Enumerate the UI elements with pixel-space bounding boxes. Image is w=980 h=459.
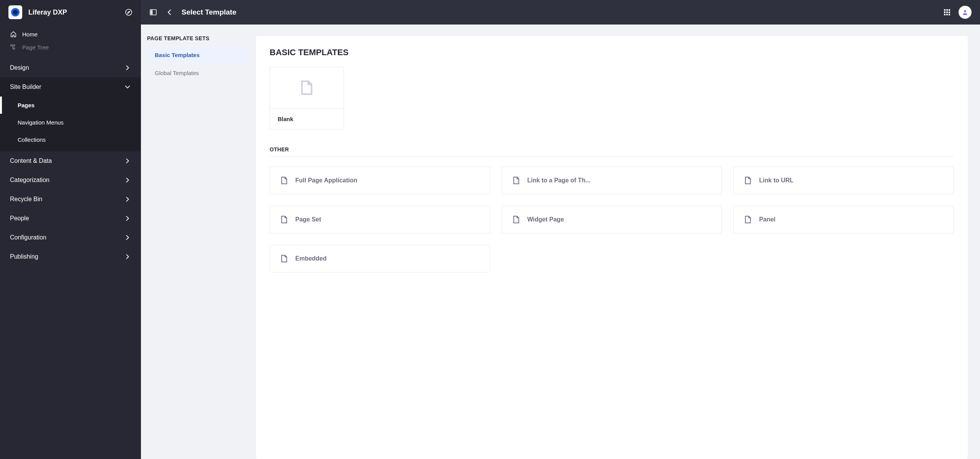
sidebar-item-label: Navigation Menus [18, 119, 64, 126]
sidebar-item-navigation-menus[interactable]: Navigation Menus [0, 114, 141, 131]
chevron-right-icon [124, 157, 131, 164]
template-card-label: Link to a Page of Th... [527, 177, 591, 184]
template-sets-heading: PAGE TEMPLATE SETS [147, 35, 250, 47]
template-card-label: Full Page Application [295, 177, 357, 184]
user-icon [962, 9, 969, 16]
product-logo[interactable] [8, 5, 22, 19]
sidebar-quick-home[interactable]: Home [0, 28, 141, 41]
sidebar-section-recycle-bin[interactable]: Recycle Bin [0, 190, 141, 209]
template-card-label: Blank [270, 108, 344, 129]
sidebar-quick-label: Page Tree [22, 44, 49, 51]
topbar-right [943, 6, 972, 19]
page-title: Select Template [182, 8, 935, 16]
sidebar-section-label: Design [10, 64, 29, 71]
sidebar-section-label: Categorization [10, 177, 49, 184]
template-card-blank[interactable]: Blank [270, 67, 344, 130]
template-sets-sidebar: PAGE TEMPLATE SETS Basic Templates Globa… [141, 25, 256, 459]
sidebar-section-site-builder[interactable]: Site Builder [0, 77, 141, 97]
sidebar-section-publishing[interactable]: Publishing [0, 247, 141, 266]
panel-toggle-icon[interactable] [149, 8, 157, 16]
template-card-panel[interactable]: Panel [733, 206, 954, 233]
template-set-label: Global Templates [155, 70, 199, 76]
chevron-right-icon [124, 234, 131, 241]
sidebar-item-label: Pages [18, 102, 34, 108]
sidebar-section-label: Recycle Bin [10, 196, 42, 203]
chevron-right-icon [124, 64, 131, 71]
home-icon [10, 31, 17, 38]
svg-point-17 [13, 10, 18, 15]
main: Select Template PAGE TEMPLATE SETS Basic… [141, 0, 980, 459]
template-card-label: Page Set [295, 216, 321, 223]
sidebar-section-label: People [10, 215, 29, 222]
sidebar-quick-links: Home Page Tree [0, 25, 141, 58]
sidebar-header: Liferay DXP [0, 0, 141, 25]
apps-grid-icon[interactable] [943, 8, 951, 16]
page-icon [280, 254, 288, 263]
other-templates-grid: Full Page Application Link to a Page of … [270, 167, 954, 272]
page-icon [512, 215, 520, 224]
sidebar-item-pages[interactable]: Pages [0, 97, 141, 114]
sidebar-quick-label: Home [22, 31, 38, 38]
template-set-basic[interactable]: Basic Templates [147, 47, 250, 63]
sidebar-section-content-data[interactable]: Content & Data [0, 151, 141, 170]
template-card-label: Panel [759, 216, 775, 223]
page-icon [744, 215, 752, 224]
template-card-widget-page[interactable]: Widget Page [502, 206, 722, 233]
compass-icon[interactable] [125, 8, 133, 16]
sidebar-section-label: Site Builder [10, 84, 41, 90]
template-card-label: Widget Page [527, 216, 564, 223]
templates-panel: BASIC TEMPLATES Blank OTHER Full Page Ap… [256, 36, 968, 459]
sidebar-item-label: Collections [18, 136, 46, 143]
page-icon [299, 80, 315, 96]
page-icon [280, 176, 288, 185]
user-avatar[interactable] [959, 6, 972, 19]
page-icon [280, 215, 288, 224]
template-card-link-to-url[interactable]: Link to URL [733, 167, 954, 194]
back-icon[interactable] [165, 8, 173, 16]
other-heading: OTHER [270, 146, 954, 157]
sidebar-section-categorization[interactable]: Categorization [0, 170, 141, 190]
template-card-label: Embedded [295, 255, 327, 262]
sidebar-section-people[interactable]: People [0, 209, 141, 228]
sidebar-section-configuration[interactable]: Configuration [0, 228, 141, 247]
chevron-down-icon [124, 84, 131, 90]
template-card-page-set[interactable]: Page Set [270, 206, 490, 233]
sidebar-quick-page-tree[interactable]: Page Tree [0, 41, 141, 54]
template-card-full-page-application[interactable]: Full Page Application [270, 167, 490, 194]
sidebar-section-label: Publishing [10, 253, 38, 260]
sidebar-sub-site-builder: Pages Navigation Menus Collections [0, 97, 141, 151]
product-name: Liferay DXP [28, 8, 125, 16]
chevron-right-icon [124, 196, 131, 203]
template-set-global[interactable]: Global Templates [147, 65, 250, 81]
chevron-right-icon [124, 253, 131, 260]
template-set-label: Basic Templates [155, 52, 200, 58]
template-card-embedded[interactable]: Embedded [270, 245, 490, 272]
chevron-right-icon [124, 215, 131, 222]
sidebar-item-collections[interactable]: Collections [0, 131, 141, 148]
sidebar-section-label: Content & Data [10, 157, 52, 164]
topbar: Select Template [141, 0, 980, 25]
page-icon [744, 176, 752, 185]
tree-icon [10, 44, 17, 51]
template-card-link-to-page[interactable]: Link to a Page of Th... [502, 167, 722, 194]
content: PAGE TEMPLATE SETS Basic Templates Globa… [141, 25, 980, 459]
sidebar: Liferay DXP Home Page Tree Design Site B… [0, 0, 141, 459]
template-card-label: Link to URL [759, 177, 793, 184]
panel-heading: BASIC TEMPLATES [270, 48, 954, 57]
sidebar-section-label: Configuration [10, 234, 46, 241]
template-thumbnail [270, 67, 344, 108]
chevron-right-icon [124, 177, 131, 184]
sidebar-section-design[interactable]: Design [0, 58, 141, 77]
page-icon [512, 176, 520, 185]
